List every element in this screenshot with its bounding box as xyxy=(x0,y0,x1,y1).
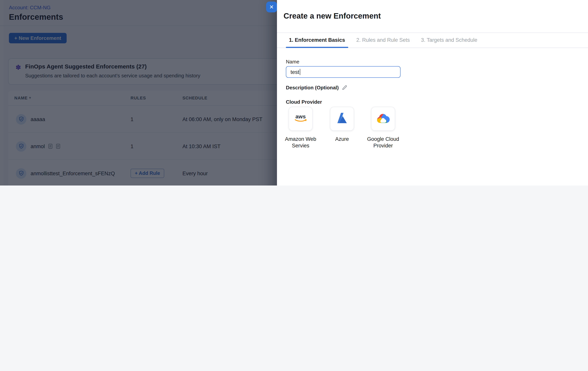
cloud-provider-label: Cloud Provider xyxy=(286,99,322,105)
name-label: Name xyxy=(286,59,299,65)
provider-label-gcp: Google Cloud Provider xyxy=(365,136,402,149)
provider-card-aws[interactable]: aws xyxy=(289,107,313,131)
provider-label-aws: Amazon Web Servies xyxy=(282,136,319,149)
svg-text:aws: aws xyxy=(295,113,306,120)
tab-2[interactable]: 2. Rules and Rule Sets xyxy=(353,33,413,48)
name-input[interactable]: test xyxy=(286,66,400,78)
description-label: Description (Optional) xyxy=(286,85,347,90)
create-enforcement-drawer: Create a new Enforcement 1. Enforcement … xyxy=(277,0,588,185)
provider-card-azure[interactable] xyxy=(330,107,354,131)
provider-aws: awsAmazon Web Servies xyxy=(282,107,319,149)
edit-pencil-icon[interactable] xyxy=(342,85,347,90)
aws-logo-icon: aws xyxy=(293,113,308,125)
app-root: Account: CCM-NG Enforcements + New Enfor… xyxy=(0,0,588,185)
text-caret xyxy=(300,69,300,75)
drawer-tabs: 1. Enforcement Basics2. Rules and Rule S… xyxy=(277,33,588,48)
gcp-logo-icon xyxy=(377,112,390,125)
provider-card-gcp[interactable] xyxy=(371,107,395,131)
tab-1[interactable]: 1. Enforcement Basics xyxy=(286,33,348,48)
provider-label-azure: Azure xyxy=(324,136,361,142)
azure-logo-icon xyxy=(336,113,348,125)
description-label-text: Description (Optional) xyxy=(286,85,339,90)
provider-gcp: Google Cloud Provider xyxy=(365,107,402,149)
drawer-title: Create a new Enforcement xyxy=(284,12,381,20)
name-input-value: test xyxy=(291,69,299,75)
provider-cards: awsAmazon Web ServiesAzureGoogle Cloud P… xyxy=(277,107,440,157)
provider-azure: Azure xyxy=(324,107,361,142)
tab-3[interactable]: 3. Targets and Schedule xyxy=(418,33,481,48)
close-icon[interactable]: ✕ xyxy=(266,1,277,12)
